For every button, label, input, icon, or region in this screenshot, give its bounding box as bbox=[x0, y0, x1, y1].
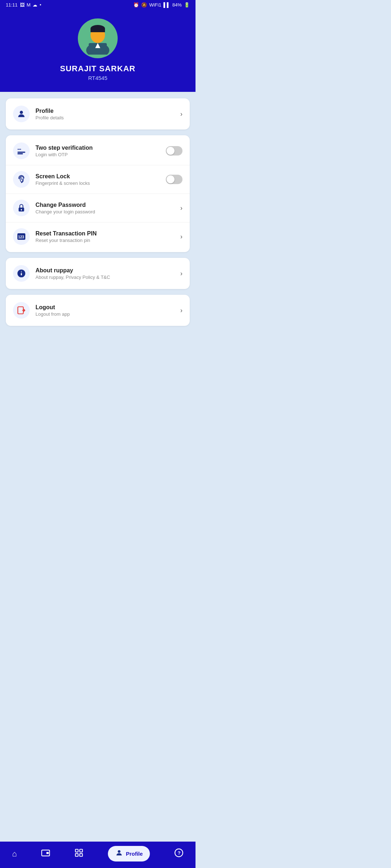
avatar bbox=[78, 18, 118, 58]
user-id: RT4545 bbox=[88, 75, 107, 81]
about-card: i About ruppay About ruppay, Privacy Pol… bbox=[6, 258, 190, 289]
pin-icon: 123 bbox=[16, 231, 26, 242]
svg-text:i: i bbox=[21, 270, 22, 273]
svg-rect-9 bbox=[17, 153, 23, 154]
logout-menu-item[interactable]: Logout Logout from app › bbox=[6, 296, 190, 324]
status-left: 11:11 🖼 M ☁ • bbox=[6, 2, 41, 8]
reset-pin-menu-item[interactable]: 123 Reset Transaction PIN Reset your tra… bbox=[6, 222, 190, 251]
battery: 84% bbox=[172, 2, 182, 8]
reset-pin-chevron: › bbox=[180, 233, 182, 241]
profile-menu-item[interactable]: Profile Profile details › bbox=[6, 100, 190, 128]
two-step-toggle[interactable] bbox=[166, 146, 182, 156]
photo-icon: 🖼 bbox=[20, 2, 25, 8]
battery-icon: 🔋 bbox=[184, 2, 190, 8]
reset-pin-title: Reset Transaction PIN bbox=[35, 230, 180, 237]
change-password-subtitle: Change your login password bbox=[35, 209, 180, 214]
about-icon-circle: i bbox=[13, 265, 30, 282]
two-step-subtitle: Login with OTP bbox=[35, 152, 166, 157]
two-step-title: Two step verification bbox=[35, 145, 166, 151]
mail-icon: M bbox=[27, 2, 31, 8]
logout-title: Logout bbox=[35, 304, 180, 311]
svg-rect-5 bbox=[91, 29, 105, 32]
status-right: ⏰ 🔕 WiFi1 ▌▌ 84% 🔋 bbox=[133, 2, 190, 8]
info-icon: i bbox=[17, 269, 26, 278]
header: SURAJIT SARKAR RT4545 bbox=[0, 10, 196, 92]
about-chevron: › bbox=[180, 270, 182, 277]
screen-lock-text: Screen Lock Fingerprint & screen locks bbox=[35, 173, 166, 186]
time: 11:11 bbox=[6, 2, 18, 8]
logout-text: Logout Logout from app bbox=[35, 304, 180, 317]
logout-card: Logout Logout from app › bbox=[6, 295, 190, 326]
person-icon bbox=[17, 109, 26, 119]
change-password-text: Change Password Change your login passwo… bbox=[35, 202, 180, 214]
change-password-title: Change Password bbox=[35, 202, 180, 208]
avatar-svg bbox=[81, 22, 114, 55]
svg-rect-12 bbox=[21, 210, 22, 210]
wifi-icon: WiFi1 bbox=[149, 2, 161, 8]
security-card: *** Two step verification Login with OTP bbox=[6, 135, 190, 252]
profile-text: Profile Profile details bbox=[35, 108, 180, 120]
cloud-icon: ☁ bbox=[33, 2, 37, 8]
svg-point-6 bbox=[20, 111, 23, 114]
content: Profile Profile details › *** Two step v… bbox=[0, 92, 196, 371]
screen-lock-menu-item[interactable]: Screen Lock Fingerprint & screen locks bbox=[6, 165, 190, 193]
svg-text:***: *** bbox=[17, 148, 21, 152]
two-step-icon-circle: *** bbox=[13, 142, 30, 159]
profile-icon-circle bbox=[13, 106, 30, 122]
svg-rect-17 bbox=[21, 273, 22, 276]
dot-icon: • bbox=[39, 2, 41, 8]
about-text: About ruppay About ruppay, Privacy Polic… bbox=[35, 267, 180, 280]
svg-text:123: 123 bbox=[18, 235, 24, 239]
status-bar: 11:11 🖼 M ☁ • ⏰ 🔕 WiFi1 ▌▌ 84% 🔋 bbox=[0, 0, 196, 10]
about-subtitle: About ruppay, Privacy Policy & T&C bbox=[35, 275, 180, 280]
profile-card: Profile Profile details › bbox=[6, 98, 190, 129]
reset-pin-subtitle: Reset your transaction pin bbox=[35, 238, 180, 243]
profile-subtitle: Profile details bbox=[35, 115, 180, 120]
profile-title: Profile bbox=[35, 108, 180, 114]
logout-subtitle: Logout from app bbox=[35, 311, 180, 317]
logout-icon bbox=[17, 306, 26, 315]
svg-rect-8 bbox=[17, 152, 25, 153]
reset-pin-text: Reset Transaction PIN Reset your transac… bbox=[35, 230, 180, 243]
fingerprint-icon bbox=[17, 175, 26, 184]
reset-pin-icon-circle: 123 bbox=[13, 228, 30, 245]
key-icon: *** bbox=[17, 146, 26, 156]
alarm-icon: ⏰ bbox=[133, 2, 139, 8]
two-step-text: Two step verification Login with OTP bbox=[35, 145, 166, 157]
change-password-chevron: › bbox=[180, 204, 182, 212]
lock-icon bbox=[17, 203, 26, 213]
signal-icon: ▌▌ bbox=[164, 2, 170, 8]
screen-lock-icon-circle bbox=[13, 171, 30, 188]
logout-chevron: › bbox=[180, 307, 182, 314]
profile-chevron: › bbox=[180, 110, 182, 118]
screen-lock-title: Screen Lock bbox=[35, 173, 166, 180]
screen-lock-subtitle: Fingerprint & screen locks bbox=[35, 180, 166, 186]
mute-icon: 🔕 bbox=[141, 2, 147, 8]
about-title: About ruppay bbox=[35, 267, 180, 274]
two-step-menu-item[interactable]: *** Two step verification Login with OTP bbox=[6, 137, 190, 165]
logout-icon-circle bbox=[13, 302, 30, 319]
user-name: SURAJIT SARKAR bbox=[60, 64, 135, 73]
change-password-menu-item[interactable]: Change Password Change your login passwo… bbox=[6, 193, 190, 222]
change-password-icon-circle bbox=[13, 200, 30, 216]
screen-lock-toggle[interactable] bbox=[166, 175, 182, 184]
bottom-spacer bbox=[6, 332, 190, 364]
about-menu-item[interactable]: i About ruppay About ruppay, Privacy Pol… bbox=[6, 259, 190, 288]
